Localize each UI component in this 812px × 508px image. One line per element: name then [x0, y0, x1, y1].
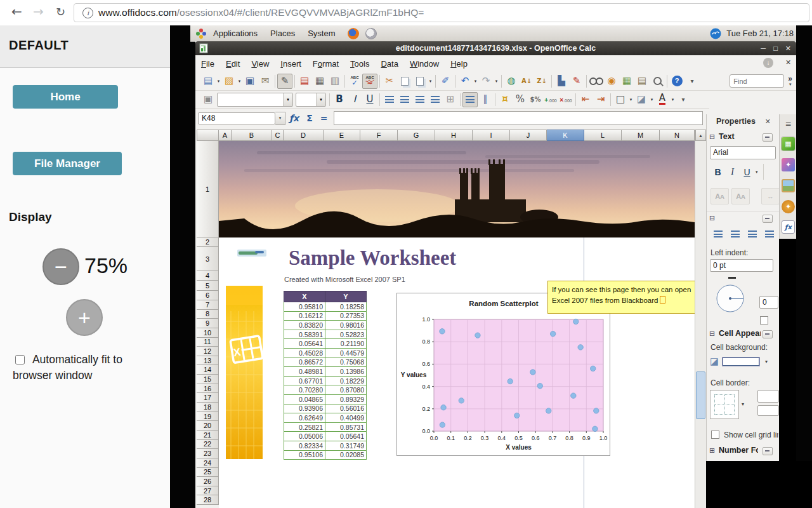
table-cell[interactable]: 0.85731	[325, 422, 367, 432]
paste-dropdown-icon[interactable]: ▾	[428, 79, 433, 84]
align-left-button[interactable]	[710, 226, 726, 242]
new-document-dropdown-icon[interactable]: ▾	[216, 79, 221, 84]
select-all-corner[interactable]	[197, 130, 219, 141]
table-cell[interactable]: 0.48981	[284, 367, 325, 377]
table-cell[interactable]: 0.83820	[284, 321, 325, 330]
cell-appearance-more-options-button[interactable]	[763, 330, 773, 338]
clock-text[interactable]: Tue Feb 21, 17:18	[726, 29, 794, 38]
update-notification-icon[interactable]: ↓	[763, 58, 773, 68]
print-button[interactable]: ▦	[312, 74, 327, 89]
home-button[interactable]: Home	[13, 85, 118, 109]
system-menu[interactable]: System	[301, 25, 341, 41]
toolbar-options-button[interactable]: ▾	[676, 92, 691, 107]
zoom-button[interactable]	[650, 74, 665, 89]
align-right-button[interactable]	[745, 226, 760, 242]
shrink-font-icon[interactable]: Aᴀ	[710, 188, 729, 204]
number-format-more-options-button[interactable]	[763, 447, 773, 455]
font-name-combo[interactable]: ▾	[217, 93, 293, 107]
table-cell[interactable]: 0.58391	[284, 330, 325, 339]
table-cell[interactable]: 0.98016	[325, 321, 367, 330]
menu-data[interactable]: Data	[375, 57, 403, 71]
panel-close-icon[interactable]: ✕	[765, 117, 771, 126]
toolbar-options-button[interactable]: ▾	[684, 74, 700, 89]
borders-dropdown-icon[interactable]: ▾	[628, 97, 634, 102]
paste-button[interactable]	[412, 74, 428, 89]
menu-tools[interactable]: Tools	[344, 57, 375, 71]
align-center-button[interactable]	[728, 226, 743, 242]
currency-format-button[interactable]: ¤	[497, 92, 513, 107]
clipped-button[interactable]	[763, 164, 771, 180]
font-name-combo[interactable]: Arial	[710, 146, 776, 159]
navigator-deck-icon[interactable]: ✦	[782, 200, 795, 213]
background-color-dropdown-icon[interactable]: ▾	[649, 97, 655, 102]
open-folder-dropdown-icon[interactable]: ▾	[237, 79, 242, 84]
row-header-4[interactable]: 4	[197, 271, 219, 281]
column-header-G[interactable]: G	[398, 130, 435, 141]
column-header-K[interactable]: K	[547, 130, 584, 141]
functions-deck-icon[interactable]: ƒx	[782, 220, 795, 234]
collapse-icon[interactable]: ⊟	[709, 133, 715, 141]
redo-button[interactable]: ↷	[478, 74, 494, 89]
merge-cells-button[interactable]: ⊞	[443, 92, 458, 107]
navigator-button[interactable]: ◉	[604, 74, 619, 89]
table-cell[interactable]: 0.67701	[284, 376, 325, 385]
hyperlink-button[interactable]: ◍	[504, 74, 519, 89]
column-header-B[interactable]: B	[232, 130, 272, 141]
scrollbar-thumb[interactable]	[696, 371, 705, 419]
find-input[interactable]	[730, 74, 784, 88]
sidebar-settings-deck-icon[interactable]: ≡	[782, 117, 795, 130]
find-replace-button[interactable]	[589, 74, 604, 89]
row-header-9[interactable]: 9	[197, 319, 219, 328]
row-header-23[interactable]: 23	[197, 449, 219, 458]
align-justify-button[interactable]	[762, 226, 777, 242]
menu-insert[interactable]: Insert	[275, 57, 307, 71]
openoffice-quickstart-icon[interactable]	[710, 28, 721, 39]
row-header-22[interactable]: 22	[197, 440, 219, 450]
fit-to-window-checkbox[interactable]	[15, 355, 25, 364]
column-header-E[interactable]: E	[324, 130, 360, 141]
row-header-6[interactable]: 6	[197, 291, 219, 300]
column-header-L[interactable]: L	[584, 130, 622, 141]
undo-button[interactable]: ↶	[457, 74, 473, 89]
gallery-deck-icon[interactable]	[782, 179, 795, 192]
firefox-launcher-icon[interactable]	[348, 28, 359, 39]
table-cell[interactable]: 0.93906	[284, 404, 325, 413]
table-cell[interactable]: 0.16212	[284, 311, 325, 321]
row-header-21[interactable]: 21	[197, 431, 219, 440]
distro-logo-icon[interactable]	[190, 28, 207, 39]
column-header-C[interactable]: C	[272, 130, 284, 141]
cell-background-dropdown[interactable]: ◪ ▾	[707, 354, 779, 370]
show-grid-checkbox[interactable]	[711, 431, 719, 439]
zoom-out-button[interactable]: −	[43, 248, 79, 285]
export-pdf-button[interactable]: ▤	[297, 74, 312, 89]
background-color-button[interactable]: ◪	[634, 92, 649, 107]
table-cell[interactable]: 0.18258	[325, 302, 367, 312]
align-left-button[interactable]	[382, 92, 397, 107]
table-cell[interactable]: 0.02085	[325, 450, 367, 460]
text-direction-ltr-button[interactable]	[462, 92, 478, 107]
menu-file[interactable]: File	[195, 57, 220, 71]
back-icon[interactable]: ←	[11, 4, 22, 19]
menu-window[interactable]: Window	[404, 57, 445, 71]
chevron-down-icon[interactable]: ▾	[765, 359, 768, 364]
char-spacing-icon[interactable]: ↔	[761, 188, 779, 204]
text-direction-vertical-button[interactable]: ∥	[478, 92, 493, 107]
row-header-27[interactable]: 27	[197, 486, 219, 496]
rotation-dial[interactable]	[715, 283, 745, 314]
add-decimal-button[interactable]: +.000	[543, 92, 558, 107]
sheet-area[interactable]: Sample Worksheet Created with Microsoft …	[219, 141, 695, 508]
forward-icon[interactable]: →	[33, 4, 44, 19]
function-wizard-button[interactable]: ƒx	[289, 113, 299, 123]
row-header-8[interactable]: 8	[197, 310, 219, 319]
column-header-I[interactable]: I	[473, 130, 510, 141]
table-cell[interactable]: 0.82334	[284, 441, 325, 450]
align-justified-button[interactable]	[428, 92, 443, 107]
styles-deck-icon[interactable]: ✦	[782, 158, 795, 171]
properties-deck-icon[interactable]: ▦	[782, 137, 795, 150]
align-right-button[interactable]	[412, 92, 428, 107]
table-cell[interactable]: 0.05641	[325, 432, 367, 441]
table-cell[interactable]: 0.27353	[325, 311, 367, 321]
row-header-28[interactable]: 28	[197, 495, 219, 505]
show-draw-functions-button[interactable]: ✎	[569, 74, 584, 89]
collapse-icon[interactable]: ⊟	[709, 330, 715, 338]
